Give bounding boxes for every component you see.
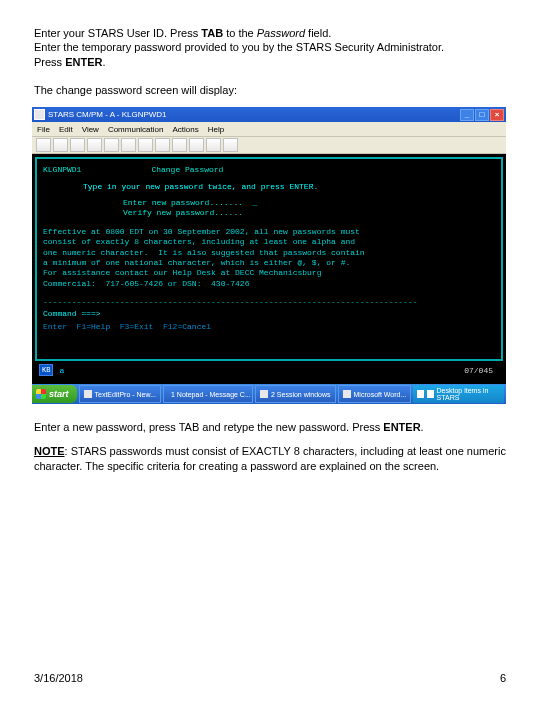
after-p1-pre: Enter a new password, press TAB and rety… — [34, 421, 383, 433]
menu-file[interactable]: File — [37, 125, 50, 134]
toolbar-button[interactable] — [223, 138, 238, 152]
toolbar-button[interactable] — [189, 138, 204, 152]
tab-key: TAB — [201, 27, 223, 39]
lead-text: The change password screen will display: — [34, 83, 506, 97]
intro-paragraph: Enter your STARS User ID. Press TAB to t… — [34, 26, 506, 69]
intro-line1-post: field. — [305, 27, 331, 39]
taskbar-item[interactable]: 2 Session windows — [255, 385, 336, 403]
keyboard-indicator-icon: KB — [39, 364, 53, 376]
status-a: a — [59, 366, 64, 375]
cursor-position: 07/045 — [464, 366, 493, 375]
enter-key-2: ENTER — [383, 421, 420, 433]
fkey-hints: Enter F1=Help F3=Exit F12=Cancel — [43, 322, 495, 332]
taskbar-item[interactable]: Microsoft Word... — [338, 385, 412, 403]
page-footer: 3/16/2018 6 — [34, 672, 506, 684]
toolbar-button[interactable] — [155, 138, 170, 152]
password-policy-text: Effective at 0800 EDT on 30 September 20… — [43, 227, 495, 289]
taskbar-item[interactable]: 1 Notepad - Message C... — [163, 385, 253, 403]
toolbar-button[interactable] — [70, 138, 85, 152]
intro-line1-mid: to the — [223, 27, 257, 39]
close-button[interactable]: × — [490, 109, 504, 121]
note-label: NOTE — [34, 445, 65, 457]
toolbar-button[interactable] — [87, 138, 102, 152]
windows-logo-icon — [36, 389, 46, 399]
password-word: Password — [257, 27, 305, 39]
verify-new-password-field[interactable]: Verify new password...... — [123, 208, 495, 218]
tray-text: Desktop items in STARS — [437, 387, 500, 401]
menu-actions[interactable]: Actions — [172, 125, 198, 134]
window-icon — [34, 109, 45, 120]
tray-icon — [417, 390, 424, 398]
command-line[interactable]: Command ===> — [43, 309, 495, 319]
separator: ----------------------------------------… — [43, 297, 495, 307]
terminal-statusbar: KB a 07/045 — [35, 361, 503, 381]
intro-line1-pre: Enter your STARS User ID. Press — [34, 27, 201, 39]
taskbar: start TextEditPro - New... 1 Notepad - M… — [32, 384, 506, 404]
toolbar-button[interactable] — [172, 138, 187, 152]
intro-line2: Enter the temporary password provided to… — [34, 41, 444, 53]
toolbar-button[interactable] — [121, 138, 136, 152]
app-icon — [260, 390, 268, 398]
minimize-button[interactable]: _ — [460, 109, 474, 121]
toolbar-button[interactable] — [53, 138, 68, 152]
toolbar-button[interactable] — [206, 138, 221, 152]
start-label: start — [49, 389, 69, 399]
menu-view[interactable]: View — [82, 125, 99, 134]
note-body: : STARS passwords must consist of EXACTL… — [34, 445, 506, 471]
screen-id: KLGNPWD1 — [43, 165, 81, 175]
toolbar — [32, 137, 506, 154]
after-screenshot-text: Enter a new password, press TAB and rety… — [34, 420, 506, 473]
terminal-frame: KLGNPWD1Change PasswordType in your new … — [32, 154, 506, 384]
toolbar-button[interactable] — [36, 138, 51, 152]
page: Enter your STARS User ID. Press TAB to t… — [0, 0, 540, 720]
menu-bar: File Edit View Communication Actions Hel… — [32, 122, 506, 137]
maximize-button[interactable]: □ — [475, 109, 489, 121]
screenshot: STARS CM/PM - A - KLGNPWD1 _ □ × File Ed… — [32, 107, 506, 404]
toolbar-button[interactable] — [104, 138, 119, 152]
start-button[interactable]: start — [32, 385, 77, 403]
intro-line3-pre: Press — [34, 56, 65, 68]
menu-communication[interactable]: Communication — [108, 125, 164, 134]
tray-icon — [427, 390, 434, 398]
footer-date: 3/16/2018 — [34, 672, 83, 684]
intro-line3-post: . — [102, 56, 105, 68]
taskbar-item[interactable]: TextEditPro - New... — [79, 385, 161, 403]
window-titlebar: STARS CM/PM - A - KLGNPWD1 _ □ × — [32, 107, 506, 122]
window-title: STARS CM/PM - A - KLGNPWD1 — [48, 111, 167, 119]
app-icon — [84, 390, 92, 398]
toolbar-button[interactable] — [138, 138, 153, 152]
app-icon — [343, 390, 351, 398]
instruction-line: Type in your new password twice, and pre… — [83, 182, 495, 192]
footer-page-number: 6 — [500, 672, 506, 684]
enter-key-1: ENTER — [65, 56, 102, 68]
enter-new-password-field[interactable]: Enter new password....... _ — [123, 198, 495, 208]
after-p1-post: . — [421, 421, 424, 433]
system-tray[interactable]: Desktop items in STARS — [413, 385, 504, 403]
menu-edit[interactable]: Edit — [59, 125, 73, 134]
screen-title: Change Password — [151, 165, 223, 175]
terminal-screen[interactable]: KLGNPWD1Change PasswordType in your new … — [35, 157, 503, 361]
menu-help[interactable]: Help — [208, 125, 224, 134]
